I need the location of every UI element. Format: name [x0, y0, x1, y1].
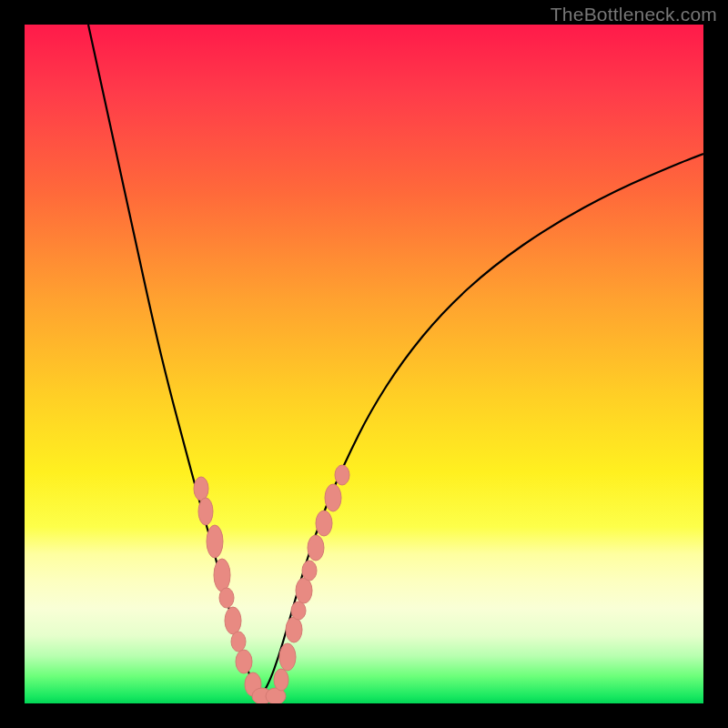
data-marker: [291, 602, 306, 620]
data-marker: [266, 688, 286, 703]
data-marker: [325, 484, 341, 511]
data-marker: [316, 511, 332, 536]
data-marker: [198, 498, 213, 525]
data-marker: [279, 643, 296, 671]
data-marker: [207, 525, 223, 558]
data-marker: [308, 535, 324, 561]
curve-left-branch: [88, 25, 258, 698]
watermark-text: TheBottleneck.com: [551, 4, 717, 25]
data-marker: [274, 669, 288, 691]
plot-area: [25, 25, 703, 703]
data-marker: [194, 477, 208, 500]
bottleneck-curve: [25, 25, 703, 703]
data-marker: [252, 688, 272, 703]
data-marker: [214, 559, 230, 592]
data-marker: [335, 465, 349, 485]
data-marker: [302, 561, 317, 581]
data-marker: [296, 578, 312, 603]
curve-right-branch: [258, 154, 703, 698]
data-marker: [231, 632, 246, 652]
data-marker: [245, 672, 261, 696]
outer-frame: TheBottleneck.com: [0, 0, 728, 728]
data-marker: [286, 617, 302, 642]
data-marker: [219, 588, 234, 608]
data-marker: [225, 607, 241, 634]
data-marker: [236, 650, 252, 673]
